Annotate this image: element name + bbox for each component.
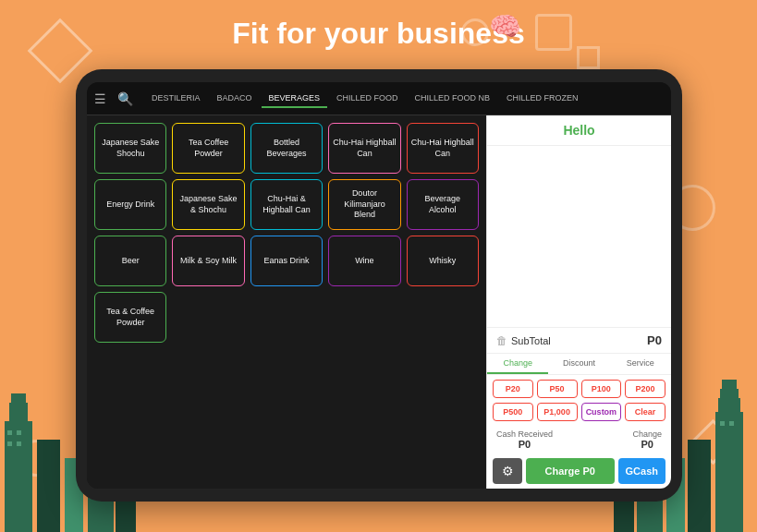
tab-service[interactable]: Service xyxy=(610,354,671,374)
product-item[interactable]: Bottled Beverages xyxy=(250,123,323,174)
svg-rect-1 xyxy=(9,403,28,421)
product-item[interactable]: Eanas Drink xyxy=(250,236,323,286)
svg-rect-15 xyxy=(715,412,743,532)
pos-tabs: Change Discount Service xyxy=(487,353,671,375)
change-value: P0 xyxy=(632,439,662,450)
pos-panel: Hello 🗑 SubTotal P0 Change Discount Serv… xyxy=(486,115,671,489)
product-item[interactable]: Whisky xyxy=(407,236,479,286)
pos-hello: Hello xyxy=(487,115,671,146)
product-item[interactable]: Energy Drink xyxy=(94,179,166,230)
settings-button[interactable]: ⚙ xyxy=(493,458,522,484)
svg-rect-19 xyxy=(720,421,725,426)
subtotal-label: 🗑 SubTotal xyxy=(496,334,551,347)
bottom-action: ⚙ Charge P0 GCash xyxy=(487,453,671,489)
gcash-button[interactable]: GCash xyxy=(618,458,665,484)
product-item[interactable]: Wine xyxy=(328,236,400,286)
svg-rect-16 xyxy=(718,398,740,415)
product-item[interactable]: Japanese Sake & Shochu xyxy=(172,179,244,230)
tab-beverages[interactable]: BEVERAGES xyxy=(262,90,328,108)
tab-chilled-food[interactable]: CHILLED FOOD xyxy=(329,90,406,108)
tab-change[interactable]: Change xyxy=(487,354,548,374)
brain-icon: 🧠 xyxy=(489,11,521,42)
tab-badaco[interactable]: BADACO xyxy=(210,90,260,108)
trash-icon[interactable]: 🗑 xyxy=(496,334,507,347)
product-item[interactable]: Doutor Kilimanjaro Blend xyxy=(328,179,400,230)
pay-500[interactable]: P500 xyxy=(493,403,533,421)
cash-info: Cash Received P0 Change P0 xyxy=(487,426,671,453)
product-item[interactable]: Milk & Soy Milk xyxy=(172,236,244,286)
menu-icon[interactable]: ☰ xyxy=(94,91,106,106)
tab-discount[interactable]: Discount xyxy=(548,354,609,374)
cash-received-value: P0 xyxy=(496,439,553,450)
product-item[interactable]: Chu-Hai Highball Can xyxy=(328,123,400,174)
svg-rect-14 xyxy=(688,440,711,532)
payment-buttons-row1: P20 P50 P100 P200 xyxy=(487,375,671,403)
svg-rect-3 xyxy=(37,440,60,532)
top-nav: ☰ 🔍 DESTILERIA BADACO BEVERAGES CHILLED … xyxy=(87,82,671,115)
svg-rect-10 xyxy=(17,441,21,446)
svg-rect-9 xyxy=(7,441,12,446)
pay-custom[interactable]: Custom xyxy=(581,403,622,421)
header-title-text: Fit for your business xyxy=(232,17,524,50)
change-label: Change xyxy=(632,429,662,439)
product-grid-area: Japanese Sake ShochuTea Coffee PowderBot… xyxy=(87,115,486,489)
pay-50[interactable]: P50 xyxy=(537,380,578,398)
svg-rect-8 xyxy=(17,430,21,435)
payment-buttons-row2: P500 P1,000 Custom Clear xyxy=(487,403,671,426)
svg-rect-20 xyxy=(729,421,734,426)
tab-chilled-food-nb[interactable]: CHILLED FOOD NB xyxy=(408,90,498,108)
product-item[interactable]: Japanese Sake Shochu xyxy=(94,123,166,174)
svg-rect-18 xyxy=(722,380,737,391)
subtotal-value: P0 xyxy=(647,333,662,347)
product-item[interactable]: Beverage Alcohol xyxy=(407,179,479,230)
product-item[interactable]: Beer xyxy=(94,236,166,286)
search-icon[interactable]: 🔍 xyxy=(117,91,133,106)
tab-chilled-frozen[interactable]: CHILLED FROZEN xyxy=(499,90,586,108)
svg-rect-0 xyxy=(5,421,32,532)
subtotal-text: SubTotal xyxy=(511,335,551,346)
product-item[interactable]: Chu-Hai & Highball Can xyxy=(250,179,323,230)
pos-subtotal: 🗑 SubTotal P0 xyxy=(487,327,671,353)
product-item[interactable]: Tea Coffee Powder xyxy=(172,123,244,174)
pay-20[interactable]: P20 xyxy=(493,380,533,398)
pay-100[interactable]: P100 xyxy=(581,380,622,398)
pay-200[interactable]: P200 xyxy=(625,380,665,398)
tablet-screen: ☰ 🔍 DESTILERIA BADACO BEVERAGES CHILLED … xyxy=(87,82,671,489)
pos-items-area xyxy=(487,146,671,327)
charge-button[interactable]: Charge P0 xyxy=(526,458,615,484)
tab-destileria[interactable]: DESTILERIA xyxy=(144,90,208,108)
page-title: Fit for your business xyxy=(0,17,757,51)
product-item[interactable]: Chu-Hai Highball Can xyxy=(407,123,479,174)
nav-tabs: DESTILERIA BADACO BEVERAGES CHILLED FOOD… xyxy=(144,90,664,108)
product-item[interactable]: Tea & Coffee Powder xyxy=(94,292,166,343)
tablet-frame: ☰ 🔍 DESTILERIA BADACO BEVERAGES CHILLED … xyxy=(76,69,682,502)
main-content: Japanese Sake ShochuTea Coffee PowderBot… xyxy=(87,115,671,489)
cash-received-label: Cash Received xyxy=(496,429,553,439)
pay-clear[interactable]: Clear xyxy=(625,403,665,421)
product-grid: Japanese Sake ShochuTea Coffee PowderBot… xyxy=(94,123,479,343)
svg-rect-2 xyxy=(11,393,26,405)
pay-1000[interactable]: P1,000 xyxy=(537,403,578,421)
svg-rect-7 xyxy=(7,430,12,435)
